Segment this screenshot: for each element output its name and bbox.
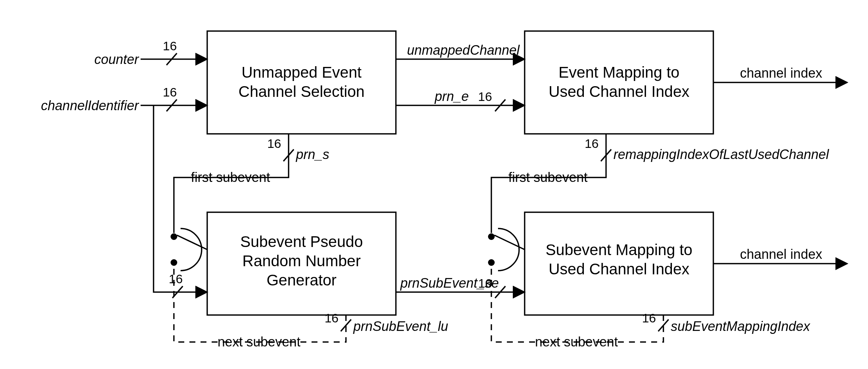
submap-switch-bottom-contact bbox=[488, 259, 495, 266]
prns-label: prn_s bbox=[296, 147, 329, 162]
submap-switch-top-contact bbox=[488, 233, 495, 240]
channelid-width: 16 bbox=[163, 85, 177, 99]
nextsubevent2-label: next subevent bbox=[535, 334, 618, 349]
channelid-bottom-width: 16 bbox=[169, 272, 183, 286]
event-mapping-line1: Event Mapping to bbox=[559, 64, 680, 81]
subevent-prng-line3: Generator bbox=[266, 271, 336, 289]
prng-switch-bottom-contact bbox=[171, 259, 177, 266]
channelindex1-label: channel index bbox=[740, 65, 822, 81]
prng-switch-pole bbox=[177, 235, 207, 250]
counter-width: 16 bbox=[163, 39, 177, 53]
channelid-label: channelIdentifier bbox=[41, 98, 139, 113]
prng-switch-top-contact bbox=[171, 233, 177, 240]
prne-width: 16 bbox=[478, 89, 492, 104]
remapidx-width: 16 bbox=[585, 136, 599, 150]
prns-width: 16 bbox=[267, 136, 281, 150]
remapidx-label: remappingIndexOfLastUsedChannel bbox=[613, 147, 829, 162]
subeventmappingindex-label: subEventMappingIndex bbox=[671, 319, 811, 334]
subevent-mapping-line1: Subevent Mapping to bbox=[546, 241, 693, 258]
prnsubevent-lu-label: prnSubEvent_lu bbox=[353, 319, 448, 334]
prnsubevent-se-width: 16 bbox=[478, 276, 492, 290]
block-diagram: Unmapped Event Channel Selection Event M… bbox=[0, 0, 868, 369]
nextsubevent1-label: next subevent bbox=[218, 334, 300, 349]
submap-switch-arc bbox=[498, 228, 519, 271]
event-mapping-line2: Used Channel Index bbox=[549, 83, 690, 100]
channelindex2-label: channel index bbox=[740, 247, 822, 262]
firstsubevent1-label: first subevent bbox=[191, 170, 270, 185]
firstsubevent2-label: first subevent bbox=[508, 170, 588, 185]
prnsubevent-lu-width: 16 bbox=[324, 311, 339, 325]
subevent-prng-line2: Random Number bbox=[242, 252, 361, 270]
unmapped-block-line2: Channel Selection bbox=[239, 83, 365, 100]
unmapped-block-line1: Unmapped Event bbox=[242, 64, 362, 81]
counter-label: counter bbox=[94, 52, 139, 67]
channelid-drop-wire bbox=[154, 105, 207, 292]
subeventmappingindex-width: 16 bbox=[642, 311, 656, 325]
prne-label: prn_e bbox=[434, 89, 469, 104]
unmappedchannel-label: unmappedChannel bbox=[407, 43, 520, 58]
submap-switch-pole bbox=[494, 235, 525, 250]
subevent-mapping-line2: Used Channel Index bbox=[549, 260, 690, 278]
event-mapping-box bbox=[525, 31, 713, 134]
unmapped-event-channel-selection-box bbox=[207, 31, 396, 134]
subevent-prng-line1: Subevent Pseudo bbox=[240, 233, 363, 250]
prng-switch-arc bbox=[181, 228, 202, 271]
